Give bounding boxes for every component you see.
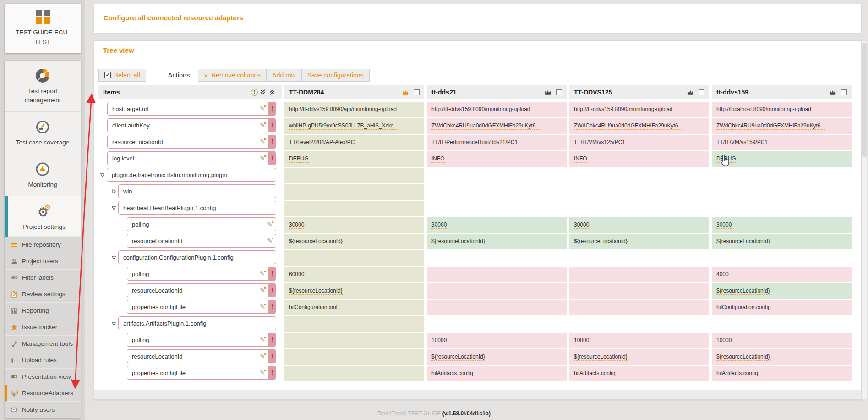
value-cell[interactable]: 10000 (569, 333, 709, 349)
collapse-all-icon[interactable] (260, 89, 266, 95)
expand-node-icon[interactable] (111, 189, 116, 194)
value-cell[interactable] (569, 300, 709, 316)
value-cell[interactable]: TT/Level2/204/AP-Alex/PC (284, 135, 424, 151)
edit-pencil-icon[interactable]: ✎ (260, 303, 265, 310)
value-cell[interactable] (427, 300, 567, 316)
value-cell[interactable]: 30000 (427, 217, 567, 233)
value-cell[interactable]: 10000 (427, 333, 567, 349)
value-cell[interactable]: ZWdCbkc4RU9ua0d0dGFXMHlFa29uKyt6... (712, 118, 852, 134)
edit-pencil-icon[interactable]: ✎ (260, 369, 265, 376)
app-logo[interactable]: TEST-GUIDE ECU-TEST (5, 4, 81, 53)
scroll-right-arrow-icon[interactable]: › (856, 392, 858, 398)
sidebar-tile-test-case-coverage[interactable]: Test case coverage (5, 112, 81, 154)
group-item-box[interactable]: configuration.ConfigurationPlugin.1.conf… (118, 250, 276, 264)
item-box[interactable]: log.level✎! (107, 151, 276, 165)
item-box[interactable]: resourceLocationId✎! (127, 283, 276, 297)
value-cell[interactable]: 30000 (712, 217, 852, 233)
value-cell[interactable]: DEBUG (284, 151, 424, 167)
item-box[interactable]: resourceLocationId✎! (107, 135, 276, 149)
collapse-node-icon[interactable] (111, 255, 116, 260)
edit-pencil-icon[interactable]: ✎ (267, 221, 273, 228)
value-cell[interactable]: TT/IT/PerformanceHost/dds21/PC1 (427, 135, 567, 151)
value-cell[interactable] (284, 201, 424, 217)
value-cell[interactable]: hilArtifacts.config (427, 366, 567, 382)
edit-pencil-icon[interactable]: ✎ (260, 155, 265, 162)
item-box[interactable]: polling✎! (127, 333, 276, 347)
sidebar-tile-project-settings[interactable]: ⚙⚙Project settings (5, 196, 81, 238)
collapse-node-icon[interactable] (111, 205, 116, 210)
value-cell[interactable]: http://tt-ddvs159:8090/api/monitoring-up… (284, 102, 424, 118)
column-select-checkbox[interactable] (699, 89, 704, 95)
value-cell[interactable] (284, 184, 424, 200)
value-cell[interactable]: 4000 (712, 267, 852, 283)
value-cell[interactable]: whllHP-gPU5r9vx9cSS0JLL7B_aHiS_Xckr... (284, 118, 424, 134)
value-cell[interactable]: ZWdCbkc4RU9ua0d0dGFXMHlFa29uKyt6... (569, 118, 709, 134)
item-box[interactable]: properties.configFile✎! (127, 366, 276, 380)
value-cell[interactable] (569, 283, 709, 299)
sidebar-item-reporting[interactable]: Reporting (5, 303, 81, 319)
sidebar-item-filter-labels[interactable]: Filter labels (5, 270, 81, 286)
item-box[interactable]: polling✎! (127, 267, 276, 281)
remove-columns-button[interactable]: ×Remove columns (198, 69, 267, 82)
expand-all-icon[interactable] (269, 89, 275, 95)
value-cell[interactable]: ${resourceLocationId} (712, 283, 852, 299)
edit-pencil-icon[interactable]: ✎ (267, 237, 273, 244)
value-cell[interactable]: 30000 (284, 217, 424, 233)
sidebar-item-management-tools[interactable]: Management tools (5, 336, 81, 352)
item-box[interactable]: host.target.url✎! (107, 102, 276, 116)
column-select-checkbox[interactable] (556, 89, 562, 95)
value-cell[interactable]: hilArtifacts.config (712, 366, 852, 382)
item-box[interactable]: properties.configFile✎! (127, 300, 276, 314)
vertical-scrollbar[interactable] (862, 41, 867, 399)
horizontal-scrollbar[interactable]: ‹ › (94, 390, 861, 399)
edit-pencil-icon[interactable]: ✎ (260, 122, 265, 129)
value-cell[interactable]: hilConfiguration.config (712, 300, 852, 316)
group-item-box[interactable]: heartbeat.HeartBeatPlugin.1.config (118, 201, 276, 215)
value-cell[interactable]: 10000 (712, 333, 852, 349)
sidebar-item-upload-rules[interactable]: Upload rules (5, 352, 81, 369)
collapse-node-icon[interactable] (100, 172, 105, 177)
sidebar-item-review-settings[interactable]: Review settings (5, 286, 81, 303)
save-configurations-button[interactable]: Save configurations (301, 69, 370, 82)
value-cell[interactable]: ${resourceLocationId} (427, 349, 567, 365)
value-cell[interactable]: ${resourceLocationId} (712, 349, 852, 365)
select-all-button[interactable]: ✓ Select all (98, 69, 146, 82)
value-cell[interactable] (569, 267, 709, 283)
sidebar-item-resourceadapters[interactable]: ResourceAdapters (5, 385, 81, 402)
crown-icon[interactable] (402, 89, 409, 95)
value-cell[interactable]: TT/IT/VM/vs125/PC1 (569, 135, 709, 151)
value-cell[interactable] (284, 366, 424, 382)
column-select-checkbox[interactable] (414, 89, 420, 95)
item-box[interactable]: resourceLocationId✎ (127, 234, 276, 248)
group-item-box[interactable]: win (118, 184, 276, 198)
value-cell[interactable]: http://tt-ddvs159:8090/monitoring-upload (427, 102, 567, 118)
value-cell[interactable]: http://localhost:8090/monitoring-upload (712, 102, 852, 118)
edit-pencil-icon[interactable]: ✎ (260, 138, 265, 145)
crown-icon[interactable] (687, 89, 694, 95)
edit-pencil-icon[interactable]: ✎ (260, 270, 265, 277)
value-cell[interactable]: ${resourceLocationId} (569, 234, 709, 250)
value-cell[interactable] (284, 316, 424, 332)
sidebar-item-issue-tracker[interactable]: Issue tracker (5, 319, 81, 336)
edit-pencil-icon[interactable]: ✎ (260, 287, 265, 294)
value-cell[interactable]: ${resourceLocationId} (712, 234, 852, 250)
sidebar-item-project-users[interactable]: Project users (5, 253, 81, 270)
value-cell[interactable]: 60000 (284, 267, 424, 283)
value-cell[interactable] (284, 333, 424, 349)
item-box[interactable]: resourceLocationId✎! (127, 349, 276, 363)
value-cell[interactable]: DEBUG (712, 151, 852, 167)
value-cell[interactable]: hilConfiguration.xml (284, 300, 424, 316)
value-cell[interactable]: ${resourceLocationId} (284, 283, 424, 299)
group-item-box[interactable]: plugin.de.tracetronic.ttstm.monitoring.p… (107, 168, 276, 182)
value-cell[interactable] (284, 349, 424, 365)
item-box[interactable]: client.authKey✎! (107, 118, 276, 132)
edit-pencil-icon[interactable]: ✎ (260, 105, 265, 112)
sidebar-tile-test-report-management[interactable]: Test report management (5, 61, 81, 112)
value-cell[interactable] (284, 250, 424, 266)
value-cell[interactable]: INFO (569, 151, 709, 167)
crown-icon[interactable] (829, 89, 836, 95)
item-box[interactable]: polling✎ (127, 217, 276, 231)
group-item-box[interactable]: artifacts.ArtifactsPlugin.1.config (118, 316, 276, 330)
value-cell[interactable] (427, 267, 567, 283)
add-row-button[interactable]: Add row (266, 69, 301, 82)
